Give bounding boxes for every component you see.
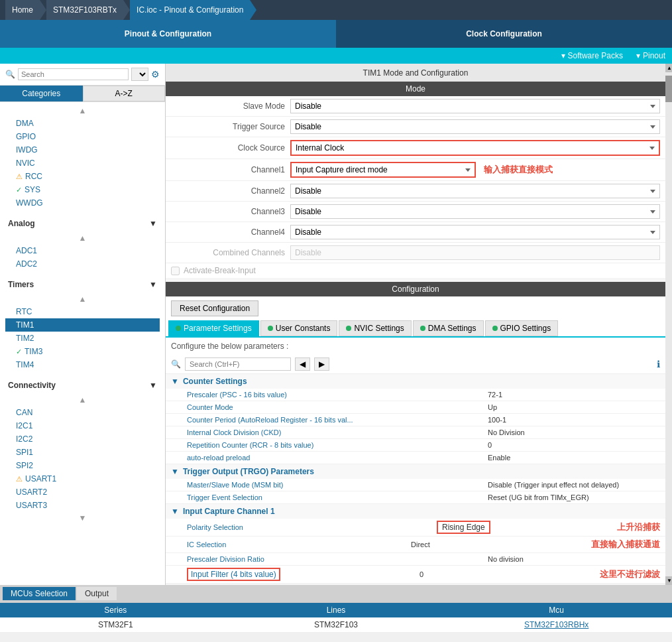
sidebar-group-system: ▲ DMA GPIO IWDG NVIC RCC SYS WWDG	[0, 102, 165, 212]
sidebar-tab-categories[interactable]: Categories	[0, 86, 83, 101]
channel1-annotation: 输入捕获直接模式	[484, 164, 553, 176]
scroll-down-arrow-conn[interactable]: ▼	[5, 512, 160, 524]
trigger-source-row: Trigger Source Disable	[166, 117, 665, 137]
sidebar-item-spi2[interactable]: SPI2	[5, 459, 160, 472]
sidebar-item-rcc[interactable]: RCC	[5, 170, 160, 183]
cell-series: STM32F1	[5, 620, 226, 629]
sidebar-item-i2c1[interactable]: I2C1	[5, 419, 160, 432]
breadcrumb-current[interactable]: IC.ioc - Pinout & Configuration	[130, 0, 250, 20]
scroll-down[interactable]: ▼	[665, 576, 672, 585]
sidebar-item-usart3[interactable]: USART3	[5, 499, 160, 512]
sidebar-item-tim2[interactable]: TIM2	[5, 332, 160, 345]
param-row-ckd: Internal Clock Division (CKD) No Divisio…	[166, 426, 665, 439]
settings-icon[interactable]: ⚙	[151, 69, 160, 80]
sidebar-group-analog-header[interactable]: Analog ▼	[5, 215, 160, 232]
tab-output[interactable]: Output	[77, 587, 117, 600]
sidebar-item-tim3[interactable]: TIM3	[5, 345, 160, 358]
counter-settings-section: ▼ Counter Settings Prescaler (PSC - 16 b…	[166, 374, 665, 464]
mode-section: Mode Slave Mode Disable Trigger Source D…	[166, 82, 665, 278]
info-icon[interactable]: ℹ	[657, 359, 660, 369]
breadcrumb-home[interactable]: Home	[5, 0, 40, 20]
next-result-btn[interactable]: ▶	[314, 357, 329, 371]
sidebar-tabs: Categories A->Z	[0, 86, 165, 102]
slave-mode-select[interactable]: Disable	[290, 99, 660, 113]
mode-header: Mode	[166, 82, 665, 96]
trigger-output-section: ▼ Trigger Output (TRGO) Parameters Maste…	[166, 464, 665, 504]
trigger-source-select[interactable]: Disable	[290, 119, 660, 134]
sidebar-search-type[interactable]	[131, 68, 148, 81]
counter-settings-header[interactable]: ▼ Counter Settings	[166, 374, 665, 389]
trigger-output-header[interactable]: ▼ Trigger Output (TRGO) Parameters	[166, 464, 665, 479]
sidebar-item-tim1[interactable]: TIM1	[5, 318, 160, 332]
sidebar-item-usart2[interactable]: USART2	[5, 485, 160, 499]
breadcrumb-device[interactable]: STM32F103RBTx	[46, 0, 123, 20]
param-row-counter-mode: Counter Mode Up	[166, 401, 665, 414]
sidebar-group-connectivity-header[interactable]: Connectivity ▼	[5, 377, 160, 394]
direct-annotation: 直接输入捕获通道	[591, 539, 660, 550]
sidebar-item-adc2[interactable]: ADC2	[5, 257, 160, 271]
channel4-select[interactable]: Disable	[290, 225, 660, 239]
input-capture-header[interactable]: ▼ Input Capture Channel 1	[166, 504, 665, 519]
clock-source-select[interactable]: Internal Clock	[290, 140, 660, 156]
sidebar-item-rtc[interactable]: RTC	[5, 305, 160, 318]
dma-dot	[420, 326, 425, 331]
channel1-select[interactable]: Input Capture direct mode	[290, 162, 476, 178]
sidebar-group-timers-header[interactable]: Timers ▼	[5, 276, 160, 293]
col-series: Series	[5, 606, 226, 615]
tab-mcus-selection[interactable]: MCUs Selection	[3, 587, 76, 600]
config-header: Configuration	[166, 282, 665, 296]
sidebar-search-input[interactable]	[18, 68, 129, 80]
sidebar-item-sys[interactable]: SYS	[5, 183, 160, 196]
slave-mode-row: Slave Mode Disable	[166, 96, 665, 117]
sidebar-item-can[interactable]: CAN	[5, 406, 160, 419]
sidebar-item-tim4[interactable]: TIM4	[5, 358, 160, 371]
channel3-select[interactable]: Disable	[290, 204, 660, 219]
user-dot	[268, 326, 273, 331]
tab-pinout-config[interactable]: Pinout & Configuration	[0, 20, 336, 48]
activate-break-checkbox	[171, 267, 180, 275]
pinout-btn[interactable]: ▾ Pinout	[636, 51, 665, 60]
param-search-input[interactable]	[185, 357, 291, 371]
software-packs-btn[interactable]: ▾ Software Packs	[561, 51, 623, 60]
tab-nvic-settings[interactable]: NVIC Settings	[339, 320, 411, 336]
scroll-up-arrow-timers[interactable]: ▲	[5, 293, 160, 305]
combined-channels-select: Disable	[290, 245, 660, 260]
prev-result-btn[interactable]: ◀	[295, 357, 310, 371]
tab-gpio-settings[interactable]: GPIO Settings	[485, 320, 559, 336]
channel2-select[interactable]: Disable	[290, 184, 660, 198]
sidebar-item-wwdg[interactable]: WWDG	[5, 196, 160, 210]
tab-dma-settings[interactable]: DMA Settings	[413, 320, 484, 336]
channel1-row: Channel1 Input Capture direct mode 输入捕获直…	[166, 159, 665, 181]
rising-edge-annotation: 上升沿捕获	[617, 521, 660, 533]
cell-mcu[interactable]: STM32F103RBHx	[446, 620, 667, 629]
sidebar-tab-az[interactable]: A->Z	[83, 86, 166, 101]
sidebar-item-i2c2[interactable]: I2C2	[5, 432, 160, 446]
scroll-up-arrow-analog[interactable]: ▲	[5, 232, 160, 244]
param-row-prescaler: Prescaler (PSC - 16 bits value) 72-1	[166, 389, 665, 401]
tab-clock-config[interactable]: Clock Configuration	[336, 20, 672, 48]
bottom-table: Series Lines Mcu STM32F1 STM32F103 STM32…	[0, 602, 672, 633]
sidebar-item-spi1[interactable]: SPI1	[5, 446, 160, 459]
channel3-row: Channel3 Disable	[166, 202, 665, 222]
bottom-tabs: MCUs Selection Output	[0, 585, 672, 602]
table-row: STM32F1 STM32F103 STM32F103RBHx	[0, 617, 672, 633]
sidebar: 🔍 ⚙ Categories A->Z ▲ DMA GPIO IWDG NVIC…	[0, 64, 166, 585]
channel2-label: Channel2	[171, 186, 290, 196]
sidebar-item-nvic[interactable]: NVIC	[5, 157, 160, 170]
scroll-up-arrow-conn[interactable]: ▲	[5, 394, 160, 406]
sidebar-item-adc1[interactable]: ADC1	[5, 244, 160, 257]
scrollbar-thumb[interactable]	[665, 76, 672, 102]
scroll-up-arrow[interactable]: ▲	[5, 105, 160, 117]
rising-edge-value: Rising Edge	[437, 521, 490, 534]
tab-parameter-settings[interactable]: Parameter Settings	[168, 320, 259, 336]
sidebar-item-usart1[interactable]: USART1	[5, 472, 160, 485]
reset-config-button[interactable]: Reset Configuration	[171, 300, 258, 316]
right-scrollbar[interactable]: ▲ ▼	[665, 64, 672, 585]
sidebar-item-dma[interactable]: DMA	[5, 117, 160, 130]
scroll-up[interactable]: ▲	[665, 64, 672, 72]
sidebar-group-timers: Timers ▼ ▲ RTC TIM1 TIM2 TIM3 TIM4	[0, 273, 165, 374]
sidebar-item-gpio[interactable]: GPIO	[5, 130, 160, 143]
sidebar-item-iwdg[interactable]: IWDG	[5, 143, 160, 157]
tab-user-constants[interactable]: User Constants	[260, 320, 338, 336]
activate-break-row: Activate-Break-Input	[166, 263, 665, 278]
